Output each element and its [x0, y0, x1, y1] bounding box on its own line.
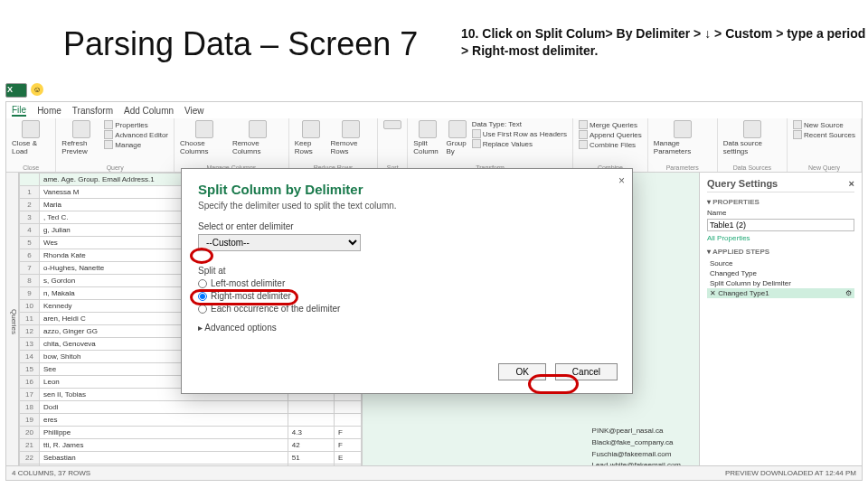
row-number[interactable]: 3 — [20, 211, 40, 224]
row-number[interactable]: 10 — [20, 300, 40, 313]
properties-section-header[interactable]: PROPERTIES — [707, 198, 854, 206]
close-settings-icon[interactable]: × — [849, 178, 854, 189]
split-at-label: Split at — [198, 266, 616, 276]
row-number[interactable]: 17 — [20, 389, 40, 401]
feedback-smiley-icon[interactable]: ☺ — [31, 83, 43, 96]
status-bar: 4 COLUMNS, 37 ROWS PREVIEW DOWNLOADED AT… — [6, 465, 862, 480]
tab-home[interactable]: Home — [37, 106, 61, 116]
manage-parameters-button[interactable]: Manage Parameters — [654, 120, 712, 155]
applied-step[interactable]: Split Column by Delimiter — [707, 278, 854, 288]
grid-cell[interactable]: Phillippe — [40, 427, 288, 439]
row-number[interactable]: 20 — [20, 427, 40, 439]
row-number[interactable]: 4 — [20, 224, 40, 237]
dialog-subtitle: Specify the delimiter used to split the … — [198, 201, 616, 211]
grid-cell[interactable]: eres — [40, 414, 288, 427]
row-number[interactable]: 11 — [20, 313, 40, 325]
row-number[interactable]: 5 — [20, 237, 40, 249]
grid-cell[interactable]: Sebastian — [40, 452, 288, 465]
applied-step-active[interactable]: ✕ Changed Type1⚙ — [707, 288, 854, 298]
grid-cell[interactable]: Dodi — [40, 401, 288, 414]
row-number[interactable]: 8 — [20, 275, 40, 287]
excel-thumbnail-icon — [5, 83, 27, 98]
status-preview-time: PREVIEW DOWNLOADED AT 12:44 PM — [725, 469, 856, 477]
row-number[interactable]: 2 — [20, 199, 40, 211]
group-by-button[interactable]: Group By — [447, 120, 468, 155]
row-number[interactable]: 19 — [20, 414, 40, 427]
ok-button[interactable]: OK — [498, 363, 545, 380]
row-number[interactable]: 18 — [20, 401, 40, 414]
applied-step[interactable]: Source — [707, 258, 854, 268]
grid-cell[interactable] — [335, 414, 362, 427]
remove-columns-button[interactable]: Remove Columns — [232, 120, 283, 155]
row-number[interactable]: 21 — [20, 439, 40, 452]
ribbon-tabstrip: File Home Transform Add Column View — [6, 102, 862, 118]
combine-files-button[interactable]: Combine Files — [579, 140, 642, 149]
query-settings-title: Query Settings — [707, 178, 778, 189]
all-properties-link[interactable]: All Properties — [707, 234, 854, 242]
properties-button[interactable]: Properties — [104, 120, 168, 129]
dialog-title: Split Column by Delimiter — [198, 182, 616, 197]
radio-right-most[interactable] — [198, 292, 207, 301]
new-source-button[interactable]: New Source — [793, 120, 855, 129]
split-column-button[interactable]: Split Column — [413, 120, 442, 155]
remove-rows-button[interactable]: Remove Rows — [331, 120, 373, 155]
grid-cell[interactable] — [288, 401, 334, 414]
grid-cell[interactable]: F — [335, 439, 362, 452]
delimiter-select[interactable]: --Custom-- — [198, 234, 361, 251]
row-number[interactable]: 16 — [20, 376, 40, 389]
grid-cell[interactable] — [288, 414, 334, 427]
data-type-dropdown[interactable]: Data Type: Text — [472, 120, 567, 128]
close-and-load-button[interactable]: Close & Load — [12, 120, 50, 155]
status-rowcount: 4 COLUMNS, 37 ROWS — [12, 469, 90, 477]
tab-view[interactable]: View — [184, 106, 204, 116]
row-number[interactable]: 12 — [20, 325, 40, 338]
ribbon-group-data-sources: Data Sources — [723, 164, 781, 171]
append-queries-button[interactable]: Append Queries — [579, 130, 642, 139]
grid-cell[interactable]: 4.3 — [288, 427, 334, 439]
radio-left-most[interactable] — [198, 279, 207, 288]
grid-cell[interactable] — [335, 401, 362, 414]
radio-each-occurrence[interactable] — [198, 305, 207, 314]
replace-values-button[interactable]: Replace Values — [472, 139, 567, 148]
ribbon-group-new-query: New Query — [793, 164, 855, 171]
grid-cell[interactable]: F — [335, 427, 362, 439]
grid-cell[interactable]: tti, R. James — [40, 439, 288, 452]
query-name-input[interactable] — [707, 219, 854, 231]
row-number[interactable]: 6 — [20, 249, 40, 262]
data-source-settings-button[interactable]: Data source settings — [723, 120, 781, 155]
ribbon: Close & LoadClose Refresh Preview Proper… — [6, 118, 862, 173]
split-column-dialog: × Split Column by Delimiter Specify the … — [181, 168, 633, 394]
delimiter-select-label: Select or enter delimiter — [198, 221, 616, 231]
sort-asc-button[interactable] — [383, 120, 401, 129]
grid-cell[interactable]: 42 — [288, 439, 334, 452]
advanced-editor-button[interactable]: Advanced Editor — [104, 130, 168, 139]
use-first-row-headers-button[interactable]: Use First Row as Headers — [472, 129, 567, 138]
cancel-button[interactable]: Cancel — [555, 363, 618, 380]
applied-steps-header[interactable]: APPLIED STEPS — [707, 248, 854, 256]
recent-sources-button[interactable]: Recent Sources — [793, 130, 855, 139]
row-number[interactable]: 13 — [20, 338, 40, 351]
tab-file[interactable]: File — [12, 105, 26, 117]
row-number[interactable]: 7 — [20, 262, 40, 275]
query-settings-pane: Query Settings× PROPERTIES Name All Prop… — [699, 173, 862, 465]
choose-columns-button[interactable]: Choose Columns — [180, 120, 229, 155]
grid-cell[interactable]: 51 — [288, 452, 334, 465]
dialog-close-icon[interactable]: × — [618, 174, 625, 187]
advanced-options-toggle[interactable]: Advanced options — [198, 323, 616, 333]
manage-button[interactable]: Manage — [104, 140, 168, 149]
tab-transform[interactable]: Transform — [72, 106, 113, 116]
ribbon-group-parameters: Parameters — [654, 164, 712, 171]
grid-cell[interactable]: E — [335, 452, 362, 465]
tab-add-column[interactable]: Add Column — [124, 106, 174, 116]
applied-step[interactable]: Changed Type — [707, 268, 854, 278]
merge-queries-button[interactable]: Merge Queries — [579, 120, 642, 129]
row-number[interactable]: 14 — [20, 351, 40, 363]
refresh-preview-button[interactable]: Refresh Preview — [61, 120, 100, 155]
row-number[interactable]: 22 — [20, 452, 40, 465]
queries-pane-collapsed[interactable]: Queries — [6, 173, 19, 465]
row-number[interactable]: 15 — [20, 363, 40, 376]
keep-rows-button[interactable]: Keep Rows — [295, 120, 327, 155]
row-number[interactable]: 9 — [20, 287, 40, 300]
row-number[interactable]: 1 — [20, 186, 40, 199]
step-gear-icon[interactable]: ⚙ — [845, 289, 852, 297]
